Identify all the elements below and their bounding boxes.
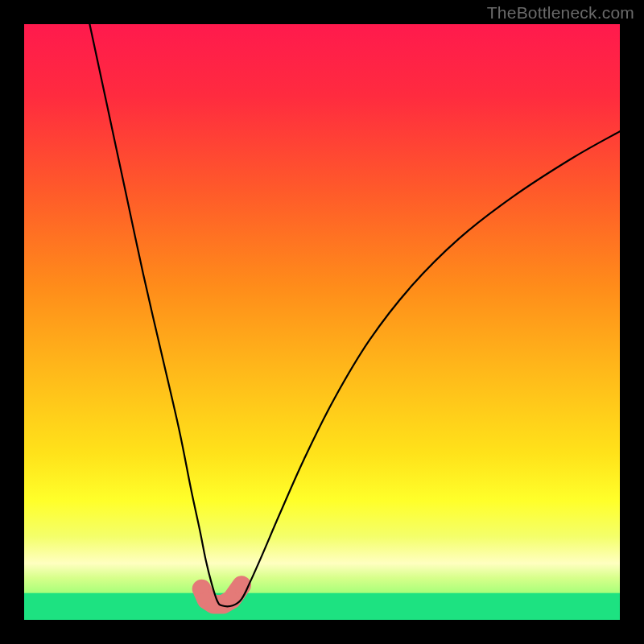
green-band [24, 593, 620, 620]
watermark-text: TheBottleneck.com [487, 3, 634, 23]
bottleneck-chart [24, 24, 620, 620]
heat-background [24, 24, 620, 620]
chart-stage: TheBottleneck.com [0, 0, 644, 644]
